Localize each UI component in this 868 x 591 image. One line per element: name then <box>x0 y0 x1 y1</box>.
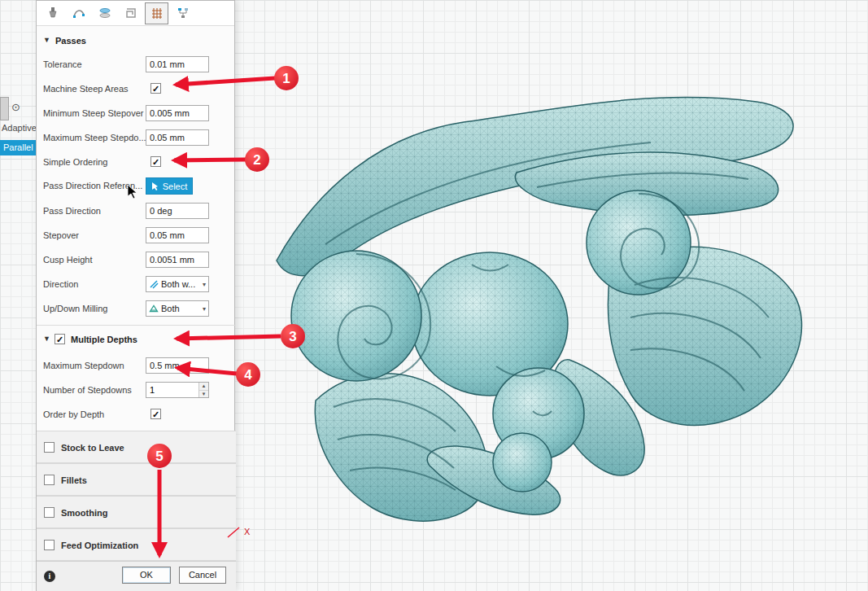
pass-direction-label: Pass Direction <box>43 203 101 219</box>
tab-heights[interactable] <box>93 2 116 24</box>
maximum-stepdown-input[interactable] <box>146 357 209 374</box>
dialog-footer: i OK Cancel <box>37 561 236 591</box>
tab-tool[interactable] <box>41 2 64 24</box>
order-by-depth-checkbox[interactable]: ✓ <box>150 409 161 419</box>
updown-milling-dropdown[interactable]: Both ▾ <box>146 300 209 317</box>
tab-geometry[interactable] <box>67 2 90 24</box>
group-feed-optimization[interactable]: Feed Optimization <box>37 528 236 561</box>
smoothing-checkbox[interactable] <box>44 507 55 518</box>
target-icon: ⊙ <box>11 101 20 113</box>
direction-bothways-icon <box>149 279 159 289</box>
pass-direction-reference-label: Pass Direction Referen... <box>43 177 142 194</box>
min-steep-stepover-input[interactable] <box>146 105 209 121</box>
updown-both-icon <box>149 304 159 313</box>
row-max-steep-stepdown: Maximum Steep Stepdo... <box>37 129 236 147</box>
number-of-stepdowns-label: Number of Stepdowns <box>43 382 132 398</box>
fillets-checkbox[interactable] <box>44 475 55 485</box>
tab-strategy[interactable] <box>119 2 142 24</box>
machine-steep-areas-checkbox[interactable]: ✓ <box>150 83 161 94</box>
tolerance-input[interactable] <box>146 56 209 72</box>
geometry-icon <box>72 6 86 20</box>
tolerance-label: Tolerance <box>43 56 82 72</box>
direction-dropdown[interactable]: Both w... ▾ <box>146 276 209 292</box>
ok-button[interactable]: OK <box>122 567 171 584</box>
row-number-of-stepdowns: Number of Stepdowns ▲ ▼ <box>37 382 236 400</box>
collapse-triangle-icon[interactable]: ▼ <box>43 36 50 44</box>
row-tolerance: Tolerance <box>37 56 236 74</box>
strategy-icon <box>124 6 138 20</box>
group-smoothing[interactable]: Smoothing <box>37 496 236 528</box>
dialog-tabbar <box>37 1 234 26</box>
simple-ordering-checkbox[interactable]: ✓ <box>150 156 161 167</box>
chevron-down-icon: ▾ <box>203 281 206 288</box>
cusp-height-label: Cusp Height <box>43 252 93 268</box>
max-steep-stepdown-label: Maximum Steep Stepdo... <box>43 129 146 146</box>
check-icon: ✓ <box>56 335 63 344</box>
group-fillets[interactable]: Fillets <box>37 463 236 496</box>
application-window: ⊙ Adaptive Parallel ▼ <box>0 0 868 591</box>
collapse-triangle-icon[interactable]: ▼ <box>43 335 50 343</box>
passes-section-header[interactable]: ▼ Passes <box>37 33 236 51</box>
number-of-stepdowns-input[interactable] <box>146 383 198 397</box>
stepover-input[interactable] <box>146 227 209 243</box>
feed-optimization-checkbox[interactable] <box>44 540 55 550</box>
smoothing-label: Smoothing <box>61 497 107 529</box>
check-icon: ✓ <box>152 409 159 419</box>
row-maximum-stepdown: Maximum Stepdown <box>37 357 236 375</box>
stock-to-leave-checkbox[interactable] <box>44 442 55 453</box>
operation-adaptive-label[interactable]: Adaptive <box>2 123 37 133</box>
multiple-depths-title: Multiple Depths <box>71 332 137 347</box>
row-min-steep-stepover: Minimum Steep Stepover <box>37 105 236 123</box>
divider <box>37 325 236 326</box>
stock-to-leave-label: Stock to Leave <box>61 431 124 464</box>
multiple-depths-section-header[interactable]: ▼ ✓ Multiple Depths <box>37 332 236 350</box>
cancel-button[interactable]: Cancel <box>179 567 226 584</box>
linking-icon <box>176 6 190 20</box>
parallel-toolpath-dialog: ▼ Passes Tolerance Machine Steep Areas ✓… <box>36 0 235 591</box>
info-icon[interactable]: i <box>44 571 55 582</box>
viewport-3d[interactable] <box>228 65 846 541</box>
toolbar-fragment <box>0 97 9 120</box>
simple-ordering-label: Simple Ordering <box>43 154 107 170</box>
row-stepover: Stepover <box>37 227 236 245</box>
pass-direction-input[interactable] <box>146 203 209 219</box>
row-machine-steep-areas: Machine Steep Areas ✓ <box>37 81 236 98</box>
passes-section-title: Passes <box>55 33 86 48</box>
heights-icon <box>98 6 112 20</box>
row-cusp-height: Cusp Height <box>37 252 236 269</box>
group-stock-to-leave[interactable]: Stock to Leave <box>37 431 236 463</box>
fillets-label: Fillets <box>61 464 87 497</box>
machine-steep-areas-label: Machine Steep Areas <box>43 81 129 97</box>
select-button[interactable]: Select <box>146 177 193 195</box>
tab-passes[interactable] <box>145 2 168 24</box>
updown-milling-label: Up/Down Milling <box>43 300 107 317</box>
operation-parallel-selected[interactable]: Parallel <box>0 140 36 155</box>
row-pass-direction-reference: Pass Direction Referen... Select <box>37 177 236 195</box>
multiple-depths-checkbox[interactable]: ✓ <box>55 334 65 344</box>
feed-optimization-label: Feed Optimization <box>61 529 138 562</box>
ornament-model <box>228 65 846 537</box>
passes-icon <box>150 6 164 20</box>
min-steep-stepover-label: Minimum Steep Stepover <box>43 105 144 121</box>
check-icon: ✓ <box>152 84 159 94</box>
row-pass-direction: Pass Direction <box>37 203 236 221</box>
stepper-buttons: ▲ ▼ <box>198 383 208 397</box>
row-direction: Direction Both w... ▾ <box>37 276 236 294</box>
chevron-down-icon: ▾ <box>203 305 206 313</box>
row-simple-ordering: Simple Ordering ✓ <box>37 154 236 172</box>
tool-icon <box>46 6 60 20</box>
cursor-select-icon <box>151 182 159 191</box>
max-steep-stepdown-input[interactable] <box>146 129 209 146</box>
row-updown-milling: Up/Down Milling Both ▾ <box>37 300 236 318</box>
stepover-label: Stepover <box>43 227 79 243</box>
maximum-stepdown-label: Maximum Stepdown <box>43 357 124 374</box>
cusp-height-input[interactable] <box>146 252 209 268</box>
order-by-depth-label: Order by Depth <box>43 406 104 422</box>
row-order-by-depth: Order by Depth ✓ <box>37 406 236 424</box>
check-icon: ✓ <box>152 157 159 167</box>
tab-linking[interactable] <box>171 2 194 24</box>
number-of-stepdowns-stepper: ▲ ▼ <box>146 382 209 398</box>
stepper-down-icon[interactable]: ▼ <box>199 391 208 398</box>
direction-label: Direction <box>43 276 78 292</box>
stepper-up-icon[interactable]: ▲ <box>199 383 208 391</box>
